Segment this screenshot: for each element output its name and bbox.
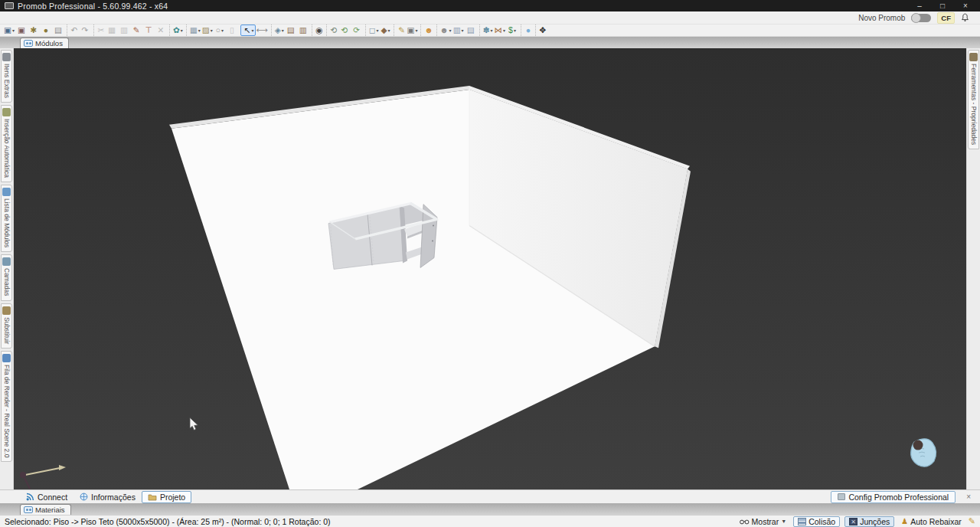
materials-dock-row: Materiais bbox=[0, 503, 980, 515]
sidebar-tab-label: Fila de Render - Real Scene 2.0 bbox=[3, 365, 11, 457]
viewport-3d[interactable] bbox=[14, 48, 966, 489]
format-brush-icon[interactable]: ✎ bbox=[130, 25, 142, 36]
user-list-icon[interactable]: ☻ bbox=[436, 25, 452, 36]
connect-label: Connect bbox=[38, 493, 67, 502]
sidebar-tab-label: Inserção Automática bbox=[3, 119, 11, 178]
menu-exibir[interactable] bbox=[34, 17, 47, 18]
window-title: Promob Professional - 5.60.99.462 - x64 bbox=[18, 2, 908, 11]
mostrar-dropdown[interactable]: Mostrar ▼ bbox=[737, 517, 789, 526]
tab-insercao-automatica[interactable]: Inserção Automática bbox=[1, 105, 12, 182]
cut-icon[interactable]: ✂ bbox=[93, 25, 106, 36]
sidebar-tab-icon bbox=[2, 108, 11, 116]
budget-dollar-icon[interactable]: $ bbox=[506, 25, 518, 36]
axis-gizmo-icon bbox=[20, 465, 66, 489]
menu-assinatura[interactable] bbox=[89, 17, 103, 18]
column-icon[interactable]: ▯ bbox=[226, 25, 238, 36]
menu-ferramentas[interactable] bbox=[75, 17, 89, 18]
rotate-right-icon[interactable]: ⟳ bbox=[351, 25, 363, 36]
chat-messages-icon[interactable]: ● bbox=[521, 25, 533, 36]
modules-dock-row: Módulos bbox=[0, 37, 980, 48]
app-icon bbox=[5, 2, 14, 9]
novo-promob-toggle[interactable] bbox=[911, 14, 931, 22]
modulos-icon bbox=[24, 40, 33, 47]
move-tool-icon[interactable]: ✥ bbox=[535, 25, 547, 36]
client-person-icon[interactable]: ☻ bbox=[420, 25, 433, 36]
rotate-left-icon[interactable]: ⟲ bbox=[338, 25, 351, 36]
room-floor-walls[interactable] bbox=[169, 86, 691, 489]
ferramentas-label: Ferramentas - Propriedades bbox=[970, 64, 978, 145]
render-settings-icon[interactable]: ✱ bbox=[28, 25, 40, 36]
assistant-mascot-icon[interactable] bbox=[911, 439, 936, 466]
pin-icon[interactable]: ⊤ bbox=[142, 25, 155, 36]
tab-modulos[interactable]: Módulos bbox=[20, 38, 69, 48]
tab-informacoes[interactable]: Informações bbox=[74, 491, 142, 503]
module-number-icon[interactable]: ▥ bbox=[297, 25, 309, 36]
config-promob-button[interactable]: Config Promob Professional bbox=[831, 491, 956, 503]
left-sidebar: Itens Extras Inserção Automática Lista d… bbox=[0, 48, 14, 489]
panel-layout-icon[interactable]: ▥ bbox=[452, 25, 465, 36]
tab-materiais[interactable]: Materiais bbox=[20, 504, 71, 515]
visibility-eye-icon[interactable]: ◉ bbox=[312, 25, 324, 36]
tab-itens-extras[interactable]: Itens Extras bbox=[1, 50, 12, 103]
menu-editar[interactable] bbox=[20, 17, 34, 18]
open-project-icon[interactable]: ▣ bbox=[15, 25, 28, 36]
statusbar: Selecionado: Piso -> Piso Teto (5000x5x5… bbox=[0, 515, 980, 527]
measure-cube-icon[interactable]: ◆ bbox=[379, 25, 391, 36]
save-icon[interactable]: ▣ bbox=[3, 25, 15, 36]
notifications-bell-icon[interactable] bbox=[961, 13, 969, 22]
module-edit-icon[interactable]: ▤ bbox=[285, 25, 297, 36]
dimension-icon[interactable]: ⟷ bbox=[256, 25, 269, 36]
chevron-down-icon: ▼ bbox=[781, 519, 786, 524]
swap-module-icon[interactable]: ⟲ bbox=[326, 25, 338, 36]
edit-pen-icon[interactable]: ✎ bbox=[394, 25, 406, 36]
shield-config-icon[interactable]: ◈ bbox=[271, 25, 285, 36]
select-arrow-icon[interactable]: ↖ bbox=[240, 25, 256, 36]
connect-rss-icon bbox=[26, 493, 34, 501]
camera-view-icon[interactable]: ▣ bbox=[406, 25, 418, 36]
tab-projeto[interactable]: Projeto bbox=[142, 491, 191, 503]
redo-icon[interactable]: ↷ bbox=[79, 25, 91, 36]
build-walls-icon[interactable]: ▨ bbox=[201, 25, 214, 36]
view-cube-icon[interactable]: ◻ bbox=[365, 25, 380, 36]
tab-substituir[interactable]: Substituir bbox=[1, 303, 12, 349]
juncoes-toggle[interactable]: Junções bbox=[844, 516, 894, 527]
tab-connect[interactable]: Connect bbox=[20, 491, 74, 503]
sidebar-tab-icon bbox=[2, 257, 11, 266]
paste-icon[interactable]: ▥ bbox=[118, 25, 130, 36]
menu-ajuda[interactable] bbox=[103, 17, 116, 18]
promob-services-icon[interactable]: ✿ bbox=[169, 25, 184, 36]
projeto-folder-icon bbox=[148, 493, 157, 501]
draw-shape-icon[interactable]: ○ bbox=[214, 25, 226, 36]
tab-ferramentas-propriedades[interactable]: Ferramentas - Propriedades bbox=[968, 50, 979, 149]
panel-close-icon[interactable]: × bbox=[963, 493, 974, 501]
main-toolbar: ▣▣✱●▤↶↷✂▦▥✎⊤✕✿▦▨○▯↖⟷◈▤▥◉⟲⟲⟳◻◆✎▣☻☻▥▤✽⋈$●✥ bbox=[0, 25, 980, 37]
undo-icon[interactable]: ↶ bbox=[67, 25, 79, 36]
maximize-button[interactable]: □ bbox=[931, 0, 954, 11]
promotion-bow-icon[interactable]: ⋈ bbox=[493, 25, 506, 36]
auto-rebaixar-button[interactable]: ♟ Auto Rebaixar bbox=[899, 517, 964, 526]
panel-tree-icon[interactable]: ▤ bbox=[465, 25, 477, 36]
settings-gear-icon[interactable]: ✽ bbox=[479, 25, 494, 36]
tab-lista-de-modulos[interactable]: Lista de Módulos bbox=[1, 185, 12, 252]
config-label: Config Promob Professional bbox=[848, 493, 949, 502]
close-button[interactable]: × bbox=[954, 0, 977, 11]
delete-icon[interactable]: ✕ bbox=[155, 25, 167, 36]
scene-canvas[interactable] bbox=[14, 48, 966, 489]
tab-camadas[interactable]: Camadas bbox=[1, 254, 12, 300]
menu-orcamento[interactable] bbox=[61, 17, 75, 18]
minimize-button[interactable]: – bbox=[908, 0, 931, 11]
paint-brush-icon[interactable]: ✎ bbox=[969, 516, 975, 526]
print-icon[interactable]: ▤ bbox=[52, 25, 64, 36]
menu-arquivo[interactable] bbox=[6, 17, 20, 18]
auto-rebaixar-icon: ♟ bbox=[901, 517, 908, 525]
tab-fila-de-render[interactable]: Fila de Render - Real Scene 2.0 bbox=[1, 351, 12, 462]
informacoes-globe-icon bbox=[80, 493, 88, 501]
render-queue-icon[interactable]: ● bbox=[40, 25, 52, 36]
user-initials-badge[interactable]: CF bbox=[937, 12, 955, 24]
copy-icon[interactable]: ▦ bbox=[106, 25, 118, 36]
selection-status-text: Selecionado: Piso -> Piso Teto (5000x5x5… bbox=[5, 517, 733, 526]
colisao-toggle[interactable]: Colisão bbox=[793, 516, 840, 527]
environment-grid-icon[interactable]: ▦ bbox=[186, 25, 201, 36]
novo-promob-label: Novo Promob bbox=[858, 14, 905, 22]
menu-inserir[interactable] bbox=[47, 17, 61, 18]
